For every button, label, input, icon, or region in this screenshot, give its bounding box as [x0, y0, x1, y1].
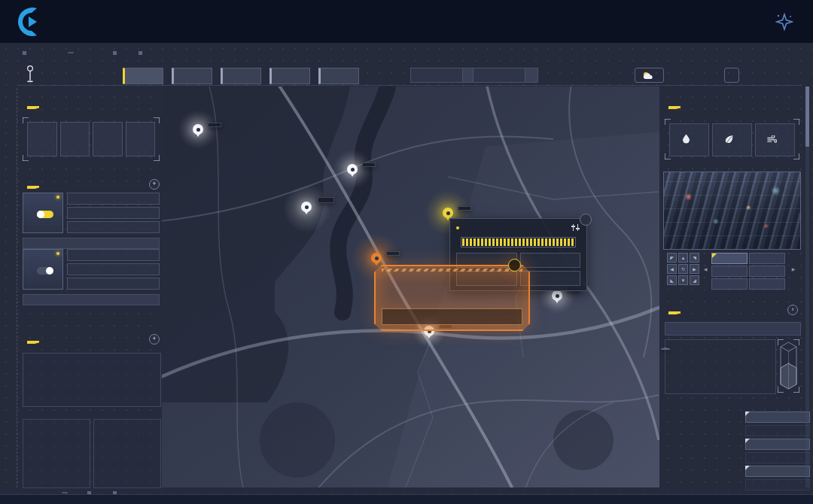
pan-up-button[interactable]: ▲: [678, 253, 688, 263]
map-pin-khimki[interactable]: [301, 202, 312, 212]
camera-button-4[interactable]: [749, 253, 785, 264]
panel-control-title: [27, 178, 39, 194]
except-bar-2: [23, 294, 160, 305]
week-add-button[interactable]: +: [149, 334, 160, 345]
type-row-c[interactable]: [745, 439, 810, 450]
workbook-cube-gauge: [778, 339, 799, 393]
type-row-e[interactable]: [745, 466, 810, 477]
environment-panel: [665, 119, 799, 159]
week-line-chart: [23, 353, 161, 407]
sparkle-icon: [775, 13, 793, 31]
left-ruler: [17, 88, 17, 487]
wind-icon: [767, 135, 777, 143]
camera-button-1[interactable]: [711, 253, 748, 264]
date-box: [724, 68, 739, 83]
control-row: [67, 263, 160, 275]
stat-tile: [93, 122, 123, 156]
control-add-button[interactable]: +: [149, 179, 160, 190]
map-pin-kommunalny[interactable]: [347, 164, 358, 175]
type-radar-chart: [659, 409, 747, 493]
control-row: [67, 221, 160, 233]
lanlan-logo-icon: [14, 7, 44, 37]
collect-block: [775, 13, 798, 31]
env-tile-humidity: [669, 123, 709, 156]
pan-down-left-button[interactable]: ◣: [667, 275, 677, 285]
map-pin-moskva[interactable]: [552, 290, 562, 301]
env-tile-wind: [755, 123, 795, 156]
type-row-b[interactable]: [745, 425, 810, 436]
map-label-khimki[interactable]: [318, 197, 334, 203]
map-label-leningradskoe[interactable]: [386, 251, 400, 256]
tab-analysis-1[interactable]: [172, 68, 212, 84]
tab-overview-3[interactable]: [318, 68, 359, 84]
map-pin-shodnya[interactable]: [193, 124, 203, 135]
pan-down-button[interactable]: ▼: [678, 275, 688, 285]
sliders-icon[interactable]: [571, 224, 580, 231]
pan-left-button[interactable]: ◀: [667, 264, 677, 274]
control-group-1: [23, 193, 160, 249]
map-label-kommunalny[interactable]: [362, 162, 376, 167]
tab-analysis-2[interactable]: [269, 68, 310, 84]
panel-workbook-title: [668, 304, 681, 320]
comparison-gauge-2: [93, 419, 161, 488]
camera-dpad: ◤ ▲ ◥ ◀ ↻ ▶ ◣ ▼ ◢: [667, 253, 699, 285]
promo-banner: [0, 0, 813, 43]
workbook-stats: [665, 322, 801, 335]
type-row-d[interactable]: [745, 452, 810, 463]
lbn-progress-bar: [461, 237, 576, 247]
pan-up-left-button[interactable]: ◤: [667, 253, 677, 263]
map-label-zavodskaya[interactable]: [458, 206, 471, 211]
camera-button-6[interactable]: [749, 278, 785, 290]
tab-overview-2[interactable]: [221, 68, 261, 84]
panel-environment-title: [668, 99, 681, 114]
close-icon[interactable]: [508, 259, 521, 272]
camera-button-3[interactable]: [711, 278, 748, 290]
streetlamp-icon: [26, 65, 35, 83]
control-row: [67, 193, 160, 205]
app-title-block: [26, 65, 40, 83]
droplet-icon: [683, 134, 690, 144]
camera-list-next-button[interactable]: ▶: [790, 253, 796, 285]
map-pin-zavodskaya[interactable]: [443, 208, 453, 218]
close-icon[interactable]: [580, 214, 592, 226]
chevron-down-icon[interactable]: [525, 68, 537, 82]
camera-button-5[interactable]: [749, 266, 785, 277]
hatch-decor: [382, 269, 522, 272]
pan-down-right-button[interactable]: ◢: [690, 275, 699, 285]
map-label-shodnya[interactable]: [208, 123, 221, 127]
type-row-a[interactable]: [745, 411, 810, 423]
control-row: [67, 207, 160, 219]
camera-video-feed: [663, 172, 801, 250]
camera-list: [711, 253, 785, 290]
lbn-bar-fill: [462, 238, 574, 246]
workbook-expand-button[interactable]: ›: [787, 305, 798, 315]
current-data-panel: [23, 117, 160, 161]
area-select[interactable]: [410, 68, 476, 83]
pan-up-right-button[interactable]: ◥: [690, 253, 699, 263]
tab-overview-1[interactable]: [123, 68, 163, 84]
scrollbar-thumb[interactable]: [805, 87, 809, 147]
bar-tooltip: [661, 348, 670, 350]
control-toggle-2[interactable]: [37, 267, 53, 275]
leaf-icon: [725, 135, 733, 144]
pan-right-button[interactable]: ▶: [690, 264, 699, 274]
sun-cloud-icon: [642, 71, 653, 80]
control-toggle-1[interactable]: [37, 211, 53, 218]
weather-box: [635, 68, 664, 83]
camera-list-prev-button[interactable]: ◀: [702, 253, 708, 285]
workbook-bar-chart: [665, 339, 776, 394]
bottom-bar: [0, 494, 813, 504]
app-root: +: [0, 0, 813, 504]
panel-week-title: [27, 333, 39, 349]
map-pin-leningradskoe[interactable]: [371, 253, 382, 263]
comparison-gauge-1: [23, 419, 90, 488]
stat-tile: [60, 122, 90, 156]
reset-view-button[interactable]: ↻: [678, 264, 688, 274]
camera-button-2[interactable]: [711, 266, 748, 277]
status-dot-icon: [456, 226, 459, 229]
bulb-dot-icon: [56, 252, 59, 255]
control-row: [67, 249, 160, 261]
type-list: [745, 411, 810, 493]
panel-current-data-title: [27, 99, 39, 114]
region-select[interactable]: [473, 68, 538, 83]
